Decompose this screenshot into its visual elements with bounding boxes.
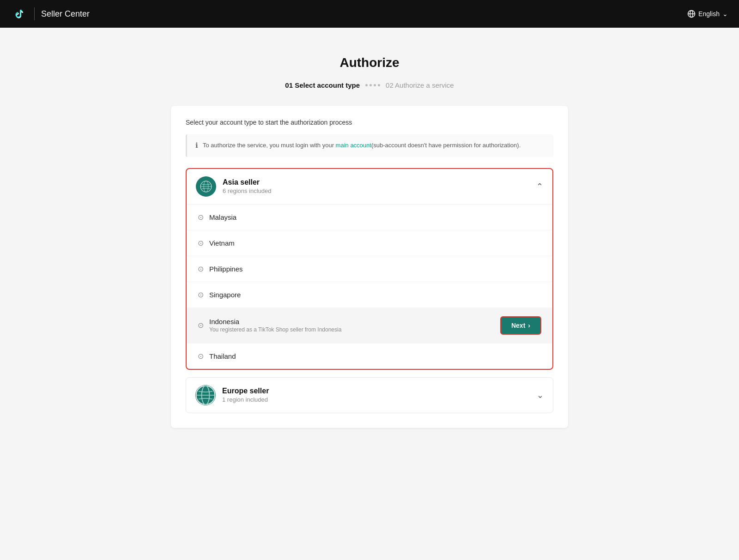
- chevron-down-icon: ⌄: [722, 10, 728, 18]
- main-card: Select your account type to start the au…: [171, 106, 568, 428]
- region-item-vietnam[interactable]: ⊙ Vietnam: [187, 230, 552, 256]
- main-content: Authorize 01 Select account type 02 Auth…: [162, 28, 577, 456]
- region-item-thailand[interactable]: ⊙ Thailand: [187, 343, 552, 369]
- region-name-indonesia: Indonesia: [209, 318, 341, 325]
- region-item-malaysia[interactable]: ⊙ Malaysia: [187, 205, 552, 230]
- seller-center-label: Seller Center: [41, 9, 90, 19]
- region-name-singapore: Singapore: [209, 291, 241, 299]
- step1-label: 01 Select account type: [285, 81, 360, 89]
- tiktok-logo: [11, 6, 28, 22]
- pin-icon-philippines: ⊙: [198, 265, 204, 273]
- europe-seller-header-left: Europe seller 1 region included: [195, 385, 269, 405]
- asia-seller-regions: 6 regions included: [223, 187, 272, 194]
- region-item-left-philippines: ⊙ Philippines: [198, 265, 541, 273]
- pin-icon-singapore: ⊙: [198, 290, 204, 299]
- indonesia-sub: You registered as a TikTok Shop seller f…: [209, 326, 341, 333]
- region-item-left-singapore: ⊙ Singapore: [198, 290, 541, 299]
- indonesia-info: Indonesia You registered as a TikTok Sho…: [209, 318, 341, 333]
- step2-label: 02 Authorize a service: [386, 81, 454, 89]
- region-item-left-thailand: ⊙ Thailand: [198, 352, 541, 361]
- next-label: Next: [511, 322, 525, 329]
- region-item-philippines[interactable]: ⊙ Philippines: [187, 256, 552, 282]
- europe-seller-info: Europe seller 1 region included: [222, 387, 269, 403]
- region-name-philippines: Philippines: [209, 265, 243, 273]
- asia-seller-info: Asia seller 6 regions included: [223, 178, 272, 194]
- globe-svg: [200, 181, 212, 193]
- dot1: [365, 84, 368, 86]
- dot4: [378, 84, 380, 86]
- asia-region-list: ⊙ Malaysia ⊙ Vietnam ⊙ Philippines: [187, 204, 552, 369]
- language-selector[interactable]: English ⌄: [687, 10, 728, 18]
- language-label: English: [698, 10, 720, 18]
- steps-indicator: 01 Select account type 02 Authorize a se…: [171, 81, 568, 89]
- dot3: [374, 84, 376, 86]
- svg-point-0: [11, 6, 28, 22]
- europe-seller-globe-icon: [195, 385, 216, 405]
- globe-icon: [687, 10, 696, 18]
- asia-seller-header[interactable]: Asia seller 6 regions included ⌃: [187, 169, 552, 204]
- dot2: [370, 84, 372, 86]
- region-item-left-vietnam: ⊙ Vietnam: [198, 239, 541, 247]
- region-name-thailand: Thailand: [209, 352, 236, 360]
- main-account-link[interactable]: main account: [336, 142, 371, 149]
- pin-icon-indonesia: ⊙: [198, 321, 204, 330]
- steps-dots: [365, 84, 380, 86]
- asia-seller-header-left: Asia seller 6 regions included: [196, 176, 272, 197]
- europe-seller-chevron-down-icon: ⌄: [537, 390, 544, 400]
- region-item-singapore[interactable]: ⊙ Singapore: [187, 282, 552, 308]
- info-banner: ℹ To authorize the service, you must log…: [186, 134, 553, 157]
- header-left: Seller Center: [11, 6, 90, 22]
- europe-seller-header[interactable]: Europe seller 1 region included ⌄: [186, 378, 553, 413]
- page-title: Authorize: [171, 55, 568, 70]
- europe-globe-svg: [195, 385, 216, 405]
- asia-seller-globe-icon: [196, 176, 216, 197]
- asia-seller-section: Asia seller 6 regions included ⌃ ⊙ Malay…: [186, 168, 553, 370]
- tiktok-logo-icon: [11, 6, 28, 22]
- pin-icon-thailand: ⊙: [198, 352, 204, 361]
- card-subtitle: Select your account type to start the au…: [186, 119, 553, 126]
- info-text: To authorize the service, you must login…: [203, 141, 521, 151]
- region-item-left-indonesia: ⊙ Indonesia You registered as a TikTok S…: [198, 318, 495, 333]
- asia-seller-chevron-up-icon: ⌃: [536, 181, 543, 192]
- europe-seller-name: Europe seller: [222, 387, 269, 395]
- header: Seller Center English ⌄: [0, 0, 739, 28]
- pin-icon-malaysia: ⊙: [198, 213, 204, 222]
- next-arrow-icon: ›: [528, 322, 530, 329]
- region-item-left-malaysia: ⊙ Malaysia: [198, 213, 541, 222]
- europe-seller-section: Europe seller 1 region included ⌄: [186, 377, 553, 413]
- next-button[interactable]: Next ›: [500, 316, 541, 335]
- pin-icon-vietnam: ⊙: [198, 239, 204, 247]
- asia-seller-name: Asia seller: [223, 178, 272, 187]
- region-name-malaysia: Malaysia: [209, 213, 236, 221]
- header-divider: [34, 7, 35, 20]
- region-item-indonesia[interactable]: ⊙ Indonesia You registered as a TikTok S…: [187, 308, 552, 343]
- europe-seller-regions: 1 region included: [222, 396, 269, 403]
- info-icon: ℹ: [195, 141, 198, 150]
- region-name-vietnam: Vietnam: [209, 239, 235, 247]
